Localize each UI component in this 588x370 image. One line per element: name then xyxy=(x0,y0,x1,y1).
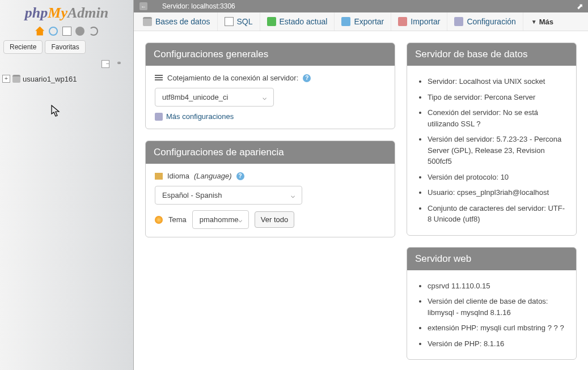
panel-appearance-settings: Configuraciones de apariencia Idioma (La… xyxy=(145,141,395,237)
sidebar-tabs: Reciente Favoritas xyxy=(0,38,133,56)
menu-sql[interactable]: SQL xyxy=(218,12,260,31)
menu-import-label: Importar xyxy=(411,17,440,26)
panel-web-server: Servidor web cpsrvd 11.110.0.15 Versión … xyxy=(407,247,577,360)
scroll-top-icon[interactable]: ⬈ xyxy=(577,2,583,11)
list-item: Conexión del servidor: No se está utiliz… xyxy=(428,105,567,131)
db-server-list: Servidor: Localhost via UNIX socket Tipo… xyxy=(416,74,567,227)
collation-row: Cotejamiento de la conexión al servidor:… xyxy=(155,74,386,82)
list-item: Usuario: cpses_plnpl3riah@localhost xyxy=(428,185,567,201)
content-left-column: Configuraciones generales Cotejamiento d… xyxy=(145,42,395,237)
theme-value: pmahomme xyxy=(200,215,239,224)
menu-databases[interactable]: Bases de datos xyxy=(136,12,218,31)
menu-settings[interactable]: Configuración xyxy=(447,12,523,31)
panel-general-settings: Configuraciones generales Cotejamiento d… xyxy=(145,42,395,129)
server-icon xyxy=(151,3,159,10)
menu-databases-label: Bases de datos xyxy=(155,17,210,26)
chevron-down-icon: ⌵ xyxy=(238,216,242,224)
theme-row: Tema pmahomme ⌵ Ver todo xyxy=(155,210,386,229)
mouse-cursor xyxy=(51,105,61,120)
sidebar-quick-icons xyxy=(0,24,133,38)
panel-header: Configuraciones de apariencia xyxy=(146,141,395,164)
language-row: Idioma (Language) ? xyxy=(155,172,386,180)
docs-icon[interactable] xyxy=(62,27,71,36)
panel-header: Servidor web xyxy=(407,248,576,270)
collation-select[interactable]: utf8mb4_unicode_ci ⌵ xyxy=(155,88,274,107)
db-tree-item[interactable]: + usuario1_wp161 xyxy=(2,74,131,84)
menu-settings-label: Configuración xyxy=(467,17,515,26)
logo-part-admin: Admin xyxy=(67,5,108,21)
language-select[interactable]: Español - Spanish ⌵ xyxy=(155,186,302,205)
logo-part-my: My xyxy=(48,5,67,21)
reload-icon[interactable] xyxy=(89,27,98,36)
language-label: Idioma xyxy=(167,172,189,180)
more-settings-link[interactable]: Más configuraciones xyxy=(155,112,386,121)
help-icon[interactable]: ? xyxy=(236,172,244,180)
status-icon xyxy=(267,17,276,26)
list-item: Servidor: Localhost via UNIX socket xyxy=(428,74,567,90)
theme-label: Tema xyxy=(168,215,187,224)
logout-icon[interactable] xyxy=(49,27,58,36)
wrench-icon xyxy=(155,113,163,121)
menu-export[interactable]: Exportar xyxy=(335,12,391,31)
content: Configuraciones generales Cotejamiento d… xyxy=(134,31,588,370)
sidebar-collapse-icons: – ⚭ xyxy=(0,56,133,70)
language-hint: (Language) xyxy=(194,172,232,180)
view-all-themes-button[interactable]: Ver todo xyxy=(255,211,294,228)
db-tree: + usuario1_wp161 xyxy=(0,70,133,88)
menu-status[interactable]: Estado actual xyxy=(260,12,335,31)
menu-sql-label: SQL xyxy=(237,17,253,26)
panel-header: Configuraciones generales xyxy=(146,43,395,66)
settings-icon xyxy=(454,17,463,26)
list-item: Conjunto de caracteres del servidor: UTF… xyxy=(428,201,567,227)
more-settings-label: Más configuraciones xyxy=(166,112,234,121)
sidebar: phpMyAdmin Reciente Favoritas – ⚭ + usua… xyxy=(0,0,134,370)
collapse-all-icon[interactable]: – xyxy=(101,60,109,68)
menu-more[interactable]: ▼ Más xyxy=(524,13,560,31)
nav-settings-icon[interactable] xyxy=(75,27,84,36)
logo[interactable]: phpMyAdmin xyxy=(0,0,133,24)
home-icon[interactable] xyxy=(35,27,44,36)
export-icon xyxy=(341,17,350,26)
chevron-down-icon: ⌵ xyxy=(291,192,295,199)
list-item: Versión del cliente de base de datos: li… xyxy=(428,294,567,320)
chevron-down-icon: ⌵ xyxy=(263,93,266,101)
theme-icon xyxy=(155,216,163,224)
list-item: cpsrvd 11.110.0.15 xyxy=(428,278,567,294)
help-icon[interactable]: ? xyxy=(554,324,558,332)
menu-status-label: Estado actual xyxy=(280,17,328,26)
logo-part-php: php xyxy=(25,5,48,21)
menu-more-label: Más xyxy=(539,18,553,26)
menu-export-label: Exportar xyxy=(354,17,384,26)
web-server-list: cpsrvd 11.110.0.15 Versión del cliente d… xyxy=(416,278,567,352)
tab-favorites[interactable]: Favoritas xyxy=(45,40,85,54)
theme-select[interactable]: pmahomme ⌵ xyxy=(192,210,249,229)
collation-label: Cotejamiento de la conexión al servidor: xyxy=(167,74,298,82)
databases-icon xyxy=(143,17,152,26)
list-item: Tipo de servidor: Percona Server xyxy=(428,90,567,105)
list-item: Versión de PHP: 8.1.16 xyxy=(428,336,567,352)
link-icon[interactable]: ⚭ xyxy=(114,59,122,67)
language-value: Español - Spanish xyxy=(162,191,222,199)
help-icon[interactable]: ? xyxy=(560,324,564,332)
panel-db-server: Servidor de base de datos Servidor: Loca… xyxy=(407,42,577,236)
list-item: extensión PHP: mysqli curl mbstring ? ? … xyxy=(428,320,567,336)
list-item: Versión del servidor: 5.7.23-23 - Percon… xyxy=(428,131,567,169)
help-icon[interactable]: ? xyxy=(548,324,552,332)
chevron-down-icon: ▼ xyxy=(531,19,537,25)
tab-recent[interactable]: Reciente xyxy=(3,40,43,54)
panel-header: Servidor de base de datos xyxy=(407,43,576,66)
content-right-column: Servidor de base de datos Servidor: Loca… xyxy=(407,42,577,370)
help-icon[interactable]: ? xyxy=(303,74,311,82)
server-breadcrumb[interactable]: Servidor: localhost:3306 xyxy=(162,2,235,10)
list-item: Versión del protocolo: 10 xyxy=(428,169,567,185)
language-icon xyxy=(155,173,163,180)
menu-import[interactable]: Importar xyxy=(391,12,447,31)
collation-value: utf8mb4_unicode_ci xyxy=(162,93,228,101)
topbar: ← Servidor: localhost:3306 ⬈ xyxy=(134,0,588,12)
database-icon xyxy=(12,75,20,83)
collation-icon xyxy=(155,75,163,82)
expand-icon[interactable]: + xyxy=(2,75,10,83)
db-name: usuario1_wp161 xyxy=(23,75,77,83)
collapse-sidebar-button[interactable]: ← xyxy=(139,2,147,10)
help-icon[interactable]: ? xyxy=(476,120,480,128)
